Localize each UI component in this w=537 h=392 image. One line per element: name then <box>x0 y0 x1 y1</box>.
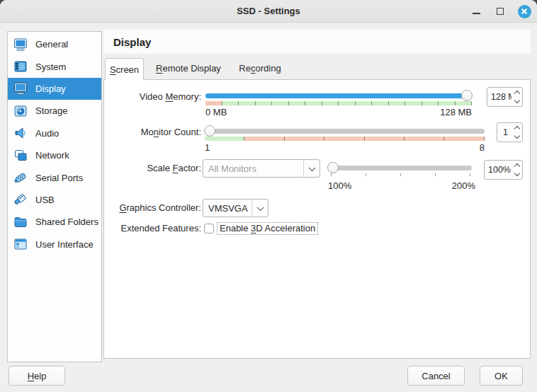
sidebar-item-storage[interactable]: Storage <box>8 100 101 122</box>
sidebar-item-shared-folders[interactable]: Shared Folders <box>8 211 101 233</box>
scale-factor-value[interactable]: 100% <box>485 161 511 179</box>
sidebar-item-general[interactable]: General <box>8 33 101 55</box>
monitor-count-value[interactable]: 1 <box>497 123 511 142</box>
cancel-button-label: Cancel <box>422 371 450 381</box>
video-memory-spinbox[interactable]: 128 MB <box>487 87 523 107</box>
monitor-count-max-label: 8 <box>480 142 485 153</box>
video-memory-tick-scale <box>205 101 472 105</box>
network-icon <box>13 148 28 163</box>
sidebar-item-label: System <box>35 62 66 72</box>
enable-3d-acceleration-checkbox-label[interactable]: Enable 3D Acceleration <box>217 222 318 235</box>
graphics-controller-combo[interactable]: VMSVGA <box>203 199 268 217</box>
sidebar-item-label: Display <box>35 83 66 94</box>
spin-up-icon[interactable] <box>514 91 519 96</box>
scale-factor-spin-arrows <box>511 161 522 179</box>
spin-down-icon[interactable] <box>514 133 519 139</box>
monitor-count-label: Monitor Count: <box>104 127 201 138</box>
settings-dialog: SSD - Settings General System Display <box>0 0 537 392</box>
chevron-down-icon <box>308 164 315 171</box>
scale-factor-slider[interactable] <box>328 166 472 171</box>
video-memory-label: Video Memory: <box>104 91 201 103</box>
sidebar-item-label: Audio <box>35 128 59 139</box>
dropdown-arrow <box>251 200 268 217</box>
user-interface-icon <box>13 236 28 252</box>
tab-remote-display[interactable]: Remote Display <box>149 63 227 74</box>
sidebar-item-audio[interactable]: Audio <box>8 122 101 144</box>
scale-factor-tick-scale <box>331 173 470 176</box>
close-button[interactable] <box>517 4 531 18</box>
sidebar-item-system[interactable]: System <box>8 55 101 77</box>
video-memory-slider-handle[interactable] <box>461 90 473 101</box>
window-title: SSD - Settings <box>0 6 537 16</box>
window-controls <box>469 0 531 23</box>
minimize-button[interactable] <box>469 4 483 18</box>
chevron-down-icon <box>256 204 263 210</box>
serial-ports-icon <box>13 170 28 185</box>
monitor-count-slider[interactable] <box>205 129 485 134</box>
monitor-count-slider-handle[interactable] <box>204 125 215 137</box>
dropdown-arrow <box>303 160 320 177</box>
video-memory-spin-arrows <box>511 88 522 106</box>
graphics-controller-label: Graphics Controller: <box>104 202 201 214</box>
scale-factor-monitor-combo[interactable]: All Monitors <box>203 159 320 178</box>
video-memory-value[interactable]: 128 MB <box>487 88 511 106</box>
tab-screen-label: Screen <box>110 64 139 75</box>
spin-up-icon[interactable] <box>514 126 519 132</box>
sidebar-item-serial-ports[interactable]: Serial Ports <box>8 166 101 188</box>
spin-down-icon[interactable] <box>514 171 519 176</box>
screen-tab-panel: Video Memory: 0 MB 128 MB 128 MB Monitor… <box>103 79 531 359</box>
help-button-label: Help <box>28 371 47 381</box>
sidebar-item-usb[interactable]: USB <box>8 189 101 211</box>
usb-icon <box>13 192 28 207</box>
extended-features-label: Extended Features: <box>104 223 201 234</box>
sidebar-item-label: General <box>35 39 68 50</box>
sidebar-item-network[interactable]: Network <box>8 144 101 166</box>
scale-factor-monitor-value: All Monitors <box>203 163 303 174</box>
storage-icon <box>13 103 28 119</box>
spin-down-icon[interactable] <box>514 98 519 103</box>
close-icon <box>518 5 531 18</box>
sidebar-item-display[interactable]: Display <box>8 78 101 100</box>
enable-3d-acceleration-checkbox[interactable] <box>204 224 214 234</box>
sidebar-item-label: Storage <box>35 105 68 116</box>
help-button[interactable]: Help <box>9 366 65 386</box>
ok-button-label: OK <box>494 371 508 381</box>
cancel-button[interactable]: Cancel <box>407 366 465 386</box>
monitor-count-spinbox[interactable]: 1 <box>497 122 523 142</box>
sidebar-item-user-interface[interactable]: User Interface <box>8 234 101 255</box>
page-title: Display <box>113 36 151 48</box>
tab-screen[interactable]: Screen <box>105 58 144 80</box>
spin-up-icon[interactable] <box>514 163 519 169</box>
tab-recording-label: Recording <box>239 63 281 74</box>
settings-category-list: General System Display Storage Audio <box>7 31 102 362</box>
titlebar: SSD - Settings <box>0 0 537 23</box>
maximize-icon <box>497 8 504 15</box>
minimize-icon <box>473 13 480 14</box>
video-memory-min-label: 0 MB <box>205 107 227 117</box>
sidebar-item-label: USB <box>35 195 55 205</box>
scale-factor-spinbox[interactable]: 100% <box>484 160 523 180</box>
sidebar-item-label: User Interface <box>35 239 94 250</box>
monitor-count-tick-scale <box>205 137 485 141</box>
video-memory-slider[interactable] <box>205 93 472 98</box>
sidebar-item-label: Serial Ports <box>35 173 83 183</box>
scale-factor-range-labels: 100% 200% <box>328 180 475 191</box>
scale-factor-label: Scale Factor: <box>104 163 201 174</box>
maximize-button[interactable] <box>493 4 507 18</box>
video-memory-range-labels: 0 MB 128 MB <box>205 107 472 117</box>
scale-factor-min-label: 100% <box>328 180 351 191</box>
sidebar-item-label: Shared Folders <box>35 217 98 227</box>
monitor-count-min-label: 1 <box>205 142 210 153</box>
system-icon <box>13 59 28 74</box>
tab-recording[interactable]: Recording <box>230 63 290 74</box>
scale-factor-max-label: 200% <box>452 180 475 191</box>
video-memory-max-label: 128 MB <box>440 107 472 117</box>
graphics-controller-value: VMSVGA <box>203 203 251 214</box>
page-header: Display <box>103 30 531 54</box>
monitor-count-spin-arrows <box>511 123 522 142</box>
scale-factor-slider-handle[interactable] <box>327 162 339 173</box>
ok-button[interactable]: OK <box>480 366 523 386</box>
general-icon <box>13 37 28 52</box>
display-icon <box>13 81 28 96</box>
shared-folders-icon <box>13 214 28 230</box>
